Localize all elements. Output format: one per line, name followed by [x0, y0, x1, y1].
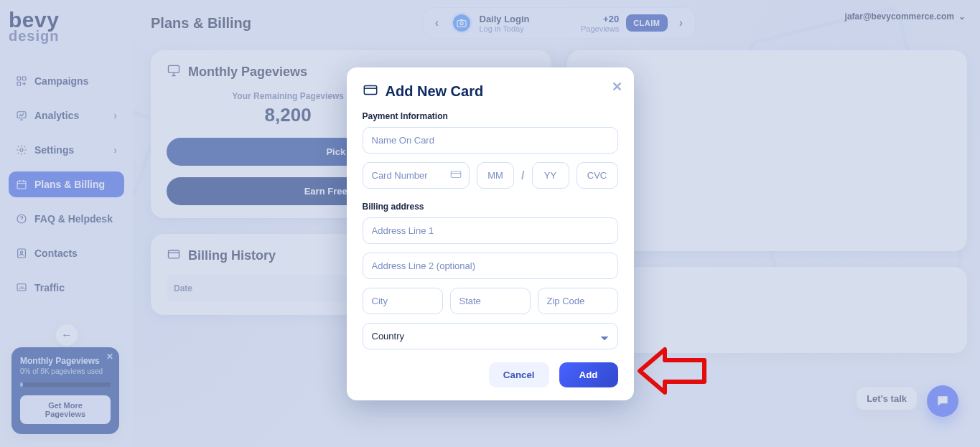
name-on-card-input[interactable]	[363, 127, 618, 154]
modal-title: Add New Card	[386, 83, 484, 100]
expiry-month-input[interactable]	[477, 162, 514, 189]
city-input[interactable]	[363, 288, 443, 314]
cancel-button[interactable]: Cancel	[489, 362, 549, 387]
section-payment-label: Payment Information	[363, 111, 618, 121]
card-chip-icon	[449, 168, 462, 184]
add-card-modal: ✕ Add New Card Payment Information / Bil…	[347, 67, 634, 400]
country-select[interactable]: Country	[363, 323, 618, 349]
svg-rect-15	[451, 171, 461, 177]
cvc-input[interactable]	[577, 162, 618, 189]
svg-rect-14	[364, 86, 376, 95]
state-input[interactable]	[450, 288, 531, 314]
credit-card-icon	[363, 82, 378, 101]
section-billing-label: Billing address	[363, 202, 618, 212]
modal-close[interactable]: ✕	[612, 79, 622, 95]
zip-input[interactable]	[538, 288, 618, 314]
expiry-separator: /	[521, 169, 524, 182]
add-button[interactable]: Add	[559, 362, 618, 387]
address-line2-input[interactable]	[363, 253, 618, 279]
expiry-year-input[interactable]	[532, 162, 569, 189]
address-line1-input[interactable]	[363, 217, 618, 244]
